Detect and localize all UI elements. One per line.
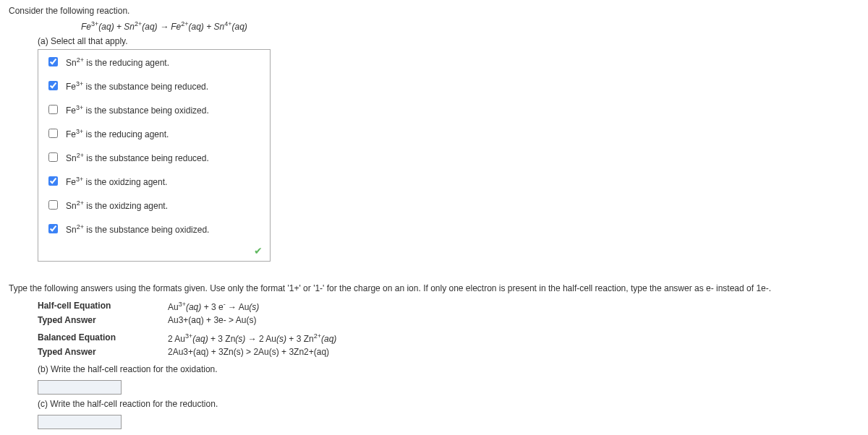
checkbox-label: Fe3+ is the reducing agent. <box>66 128 169 139</box>
checkbox-group: Sn2+ is the reducing agent.Fe3+ is the s… <box>38 49 271 262</box>
balanced-equation-label: Balanced Equation <box>38 332 146 344</box>
checkbox-label: Fe3+ is the oxidzing agent. <box>66 176 167 187</box>
balanced-equation-value: 2 Au3+(aq) + 3 Zn(s) → 2 Au(s) + 3 Zn2+(… <box>168 332 336 344</box>
checkbox-label: Fe3+ is the substance being reduced. <box>66 80 208 92</box>
half-cell-equation-value: Au3+(aq) + 3 e- → Au(s) <box>168 301 259 312</box>
half-cell-equation-label: Half-cell Equation <box>38 301 146 312</box>
checkbox-label: Sn2+ is the substance being reduced. <box>66 152 209 163</box>
checkbox-option-1[interactable] <box>48 81 58 90</box>
checkbox-option-5[interactable] <box>48 176 58 186</box>
checkbox-row: Fe3+ is the reducing agent. <box>38 121 270 145</box>
checkbox-row: Fe3+ is the substance being oxidized. <box>38 98 270 121</box>
question-c-text: (c) Write the half-cell reaction for the… <box>38 399 859 409</box>
half-cell-format-block: Half-cell Equation Au3+(aq) + 3 e- → Au(… <box>38 301 859 325</box>
checkbox-option-4[interactable] <box>48 152 58 162</box>
answer-input-b[interactable] <box>38 380 122 395</box>
reaction-equation: Fe3+(aq) + Sn2+(aq) → Fe2+(aq) + Sn4+(aq… <box>81 20 859 32</box>
question-b-text: (b) Write the half-cell reaction for the… <box>38 364 859 374</box>
checkbox-row: Fe3+ is the substance being reduced. <box>38 74 270 98</box>
balanced-typed-value: 2Au3+(aq) + 3Zn(s) > 2Au(s) + 3Zn2+(aq) <box>168 347 329 357</box>
questions-block: (b) Write the half-cell reaction for the… <box>38 364 859 435</box>
typed-answer-label-1: Typed Answer <box>38 315 146 325</box>
checkbox-option-7[interactable] <box>48 224 58 233</box>
answer-input-c[interactable] <box>38 415 122 429</box>
checkbox-option-3[interactable] <box>48 129 58 138</box>
intro-text: Consider the following reaction. <box>9 6 859 16</box>
checkbox-label: Fe3+ is the substance being oxidized. <box>66 104 209 116</box>
format-instructions: Type the following answers using the for… <box>9 283 859 293</box>
checkbox-option-2[interactable] <box>48 105 58 114</box>
checkbox-label: Sn2+ is the substance being oxidized. <box>66 223 209 235</box>
checkbox-row: Sn2+ is the substance being oxidized. <box>38 217 270 241</box>
checkbox-row: Sn2+ is the oxidzing agent. <box>38 193 270 217</box>
correct-feedback-icon: ✔ <box>38 241 270 261</box>
checkbox-row: Fe3+ is the oxidzing agent. <box>38 169 270 193</box>
part-a-label: (a) Select all that apply. <box>38 36 859 46</box>
checkbox-row: Sn2+ is the reducing agent. <box>38 50 270 74</box>
checkbox-option-6[interactable] <box>48 200 58 210</box>
checkbox-label: Sn2+ is the oxidzing agent. <box>66 199 168 211</box>
half-cell-typed-value: Au3+(aq) + 3e- > Au(s) <box>168 315 256 325</box>
balanced-format-block: Balanced Equation 2 Au3+(aq) + 3 Zn(s) →… <box>38 332 859 357</box>
checkbox-option-0[interactable] <box>48 57 58 66</box>
checkbox-row: Sn2+ is the substance being reduced. <box>38 145 270 169</box>
typed-answer-label-2: Typed Answer <box>38 347 146 357</box>
checkbox-label: Sn2+ is the reducing agent. <box>66 56 169 68</box>
